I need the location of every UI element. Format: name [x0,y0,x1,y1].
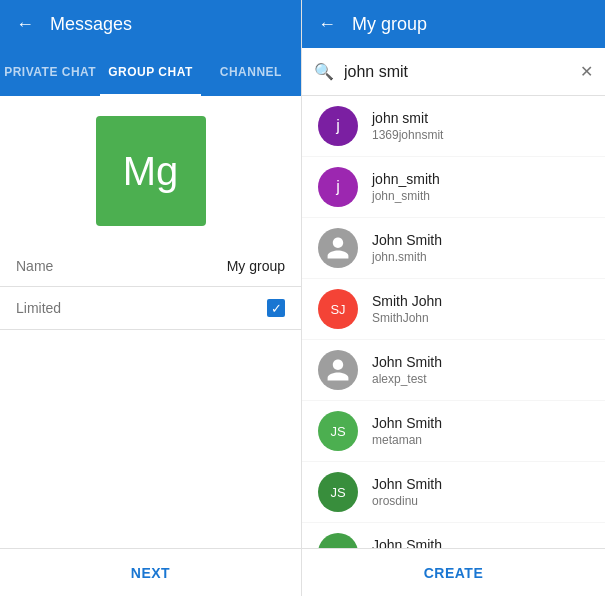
left-content: Mg Name My group Limited ✓ [0,96,301,548]
avatar [318,350,358,390]
contact-username: SmithJohn [372,311,442,325]
avatar: SJ [318,289,358,329]
avatar-text: j [336,117,340,135]
contact-info: Smith John SmithJohn [372,293,442,325]
person-icon [325,235,351,261]
contact-info: John Smith testloginmqtest [372,537,453,548]
clear-search-button[interactable]: ✕ [580,62,593,81]
contact-name: Smith John [372,293,442,309]
avatar-text: SJ [330,302,345,317]
name-value: My group [227,258,285,274]
right-header: ← My group [302,0,605,48]
create-button[interactable]: CREATE [302,549,605,596]
person-icon [325,357,351,383]
contact-item[interactable]: j john smit 1369johnsmit [302,96,605,157]
contact-name: John Smith [372,354,442,370]
avatar [318,228,358,268]
name-field-row: Name My group [0,246,301,287]
contact-info: John Smith orosdinu [372,476,442,508]
avatar-text: j [336,178,340,196]
contact-item[interactable]: John Smith john.smith [302,218,605,279]
contact-name: John Smith [372,232,442,248]
avatar-text: JS [330,485,345,500]
contact-name: John Smith [372,415,442,431]
contact-list: j john smit 1369johnsmit j john_smith jo… [302,96,605,548]
left-header-title: Messages [50,14,132,35]
contact-username: metaman [372,433,442,447]
right-footer: CREATE [302,548,605,596]
avatar: JS [318,472,358,512]
contact-username: john_smith [372,189,440,203]
contact-item[interactable]: John Smith alexp_test [302,340,605,401]
left-panel: ← Messages PRIVATE CHAT GROUP CHAT CHANN… [0,0,302,596]
tabs-bar: PRIVATE CHAT GROUP CHAT CHANNEL [0,48,301,96]
contact-username: orosdinu [372,494,442,508]
contact-item[interactable]: SJ Smith John SmithJohn [302,279,605,340]
avatar: j [318,106,358,146]
contact-info: john smit 1369johnsmit [372,110,443,142]
avatar: JS [318,533,358,548]
contact-info: John Smith john.smith [372,232,442,264]
left-footer: NEXT [0,548,301,596]
contact-name: John Smith [372,537,453,548]
left-back-button[interactable]: ← [16,14,34,35]
contact-name: john_smith [372,171,440,187]
tab-channel[interactable]: CHANNEL [201,48,301,96]
contact-item[interactable]: JS John Smith orosdinu [302,462,605,523]
contact-info: John Smith alexp_test [372,354,442,386]
right-back-button[interactable]: ← [318,14,336,35]
group-avatar[interactable]: Mg [96,116,206,226]
avatar: JS [318,411,358,451]
limited-label: Limited [16,300,267,316]
avatar: j [318,167,358,207]
contact-name: John Smith [372,476,442,492]
next-button[interactable]: NEXT [0,549,301,596]
search-icon: 🔍 [314,62,334,81]
left-header: ← Messages [0,0,301,48]
group-avatar-text: Mg [123,149,179,194]
checkmark-icon: ✓ [271,302,282,315]
contact-info: john_smith john_smith [372,171,440,203]
tab-private-chat[interactable]: PRIVATE CHAT [0,48,100,96]
right-panel: ← My group 🔍 ✕ j john smit 1369johnsmit … [302,0,605,596]
contact-username: john.smith [372,250,442,264]
contact-item[interactable]: JS John Smith metaman [302,401,605,462]
limited-field-row: Limited ✓ [0,287,301,330]
tab-group-chat[interactable]: GROUP CHAT [100,48,200,96]
avatar-text: JS [330,424,345,439]
name-label: Name [16,258,227,274]
contact-item[interactable]: j john_smith john_smith [302,157,605,218]
contact-info: John Smith metaman [372,415,442,447]
search-input[interactable] [344,63,580,81]
contact-username: 1369johnsmit [372,128,443,142]
contact-username: alexp_test [372,372,442,386]
search-bar: 🔍 ✕ [302,48,605,96]
right-header-title: My group [352,14,427,35]
contact-item[interactable]: JS John Smith testloginmqtest [302,523,605,548]
contact-name: john smit [372,110,443,126]
limited-checkbox[interactable]: ✓ [267,299,285,317]
